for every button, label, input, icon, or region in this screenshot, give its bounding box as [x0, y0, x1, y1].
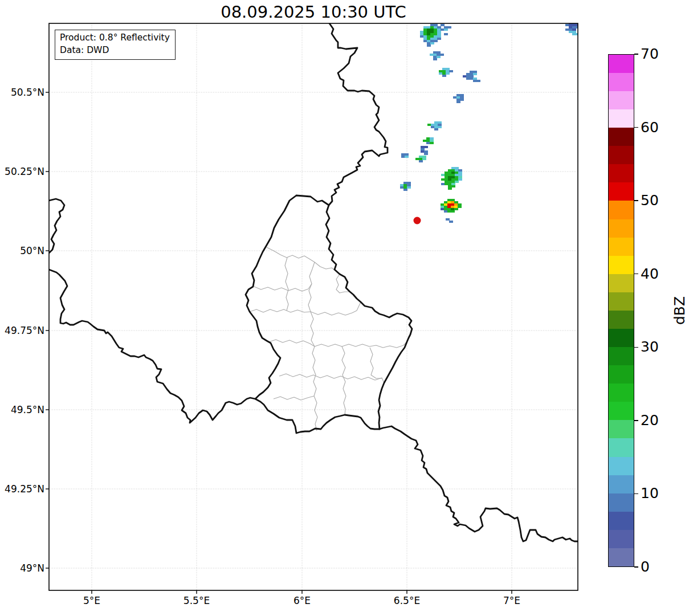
radar-echoes [400, 22, 580, 223]
colorbar-segment [609, 475, 634, 493]
colorbar-tick-label: 40 [641, 266, 659, 283]
colorbar-segment [609, 73, 634, 91]
colorbar-tick-label: 30 [641, 338, 659, 356]
colorbar-segment [609, 493, 634, 512]
y-tick-label: 50.5°N [0, 87, 44, 98]
colorbar-segment [609, 109, 634, 128]
colorbar-segment [609, 238, 634, 256]
colorbar-segment [609, 311, 634, 329]
colorbar-segment [609, 128, 634, 146]
colorbar-segment [609, 457, 634, 475]
colorbar-segment [609, 329, 634, 347]
colorbar-tick-mark [634, 493, 638, 495]
colorbar [608, 54, 634, 567]
y-tick-label: 50°N [0, 245, 44, 256]
canton-borders [250, 247, 407, 431]
colorbar-segment [609, 438, 634, 456]
colorbar-tick-mark [634, 200, 638, 201]
radar-figure: 08.09.2025 10:30 UTC Product: 0.8° Refle… [0, 0, 685, 616]
colorbar-segment [609, 530, 634, 548]
colorbar-tick-label: 50 [641, 192, 659, 209]
map-canvas [0, 0, 685, 616]
y-tick-label: 49.5°N [0, 404, 44, 415]
colorbar-segment [609, 219, 634, 238]
country-borders [49, 23, 578, 541]
colorbar-segment [609, 292, 634, 311]
colorbar-segment [609, 256, 634, 274]
colorbar-segment [609, 402, 634, 420]
colorbar-tick-label: 20 [641, 412, 659, 429]
colorbar-tick-mark [634, 566, 638, 568]
x-tick-label: 5°E [69, 595, 115, 606]
colorbar-segment [609, 347, 634, 365]
colorbar-segment [609, 420, 634, 438]
y-tick-label: 49°N [0, 562, 44, 574]
colorbar-tick-mark [634, 420, 638, 421]
colorbar-segment [609, 548, 634, 566]
product-info-line2: Data: DWD [60, 44, 170, 57]
colorbar-segment [609, 201, 634, 219]
x-tick-label: 6°E [279, 595, 325, 606]
colorbar-segment [609, 91, 634, 109]
colorbar-segment [609, 384, 634, 402]
colorbar-tick-mark [634, 347, 638, 348]
colorbar-tick-label: 0 [641, 558, 650, 576]
colorbar-tick-label: 10 [641, 485, 659, 502]
colorbar-segment [609, 512, 634, 530]
product-info-box: Product: 0.8° Reflectivity Data: DWD [55, 30, 176, 60]
colorbar-segment [609, 164, 634, 182]
x-tick-label: 6.5°E [384, 595, 430, 606]
colorbar-segment [609, 182, 634, 201]
colorbar-segment [609, 146, 634, 164]
colorbar-tick-mark [634, 127, 638, 128]
colorbar-unit-label: dBZ [651, 282, 685, 339]
colorbar-tick-label: 60 [641, 119, 659, 136]
x-tick-label: 7°E [489, 595, 535, 606]
radar-site-marker [414, 217, 421, 225]
colorbar-tick-mark [634, 274, 638, 275]
colorbar-segment [609, 365, 634, 384]
x-tick-label: 5.5°E [174, 595, 219, 606]
y-tick-label: 49.25°N [0, 483, 44, 495]
colorbar-segment [609, 55, 634, 73]
product-info-line1: Product: 0.8° Reflectivity [60, 32, 170, 44]
y-tick-label: 49.75°N [0, 325, 44, 336]
colorbar-tick-label: 70 [641, 46, 659, 63]
colorbar-segment [609, 274, 634, 292]
colorbar-tick-mark [634, 54, 638, 55]
y-tick-label: 50.25°N [0, 166, 44, 177]
